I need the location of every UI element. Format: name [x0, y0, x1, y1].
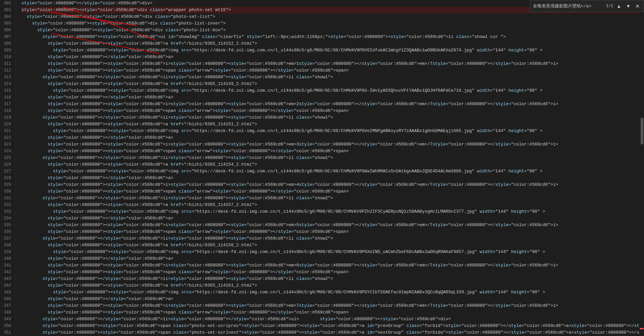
- code-line: style="color:#808080"></style="color:#56…: [21, 255, 639, 262]
- line-number: 313: [0, 74, 13, 81]
- line-number: 340: [0, 255, 13, 262]
- code-line: style="color:#808080"><style="color:#569…: [21, 269, 639, 276]
- code-line: style="color:#808080"><style="color:#569…: [21, 141, 639, 148]
- search-next-button[interactable]: ▼: [625, 3, 632, 9]
- line-number: 316: [0, 94, 13, 101]
- line-number: 348: [0, 309, 13, 316]
- line-number: 337: [0, 235, 13, 242]
- line-number: 334: [0, 215, 13, 222]
- code-line: style="color:#808080"></style="color:#56…: [21, 94, 639, 101]
- line-number: 350: [0, 323, 13, 329]
- line-number: 319: [0, 114, 13, 121]
- search-prev-button[interactable]: ▲: [615, 3, 623, 9]
- editor-container: 3023033043053063073083093103113123133143…: [0, 0, 644, 336]
- code-line: style="color:#808080"><style="color:#569…: [21, 148, 639, 155]
- line-number: 338: [0, 242, 13, 249]
- line-number: 347: [0, 302, 13, 309]
- code-line: style="color:#808080"><style="color:#569…: [21, 228, 639, 235]
- line-number: 321: [0, 128, 13, 134]
- line-number: 328: [0, 175, 13, 181]
- line-number: 320: [0, 121, 13, 128]
- code-line: style="color:#808080"></style="color:#56…: [21, 155, 639, 161]
- code-line: style="color:#808080"><style="color:#569…: [21, 47, 639, 54]
- code-line: style="color:#808080"></style="color:#56…: [21, 134, 639, 141]
- line-number: 315: [0, 87, 13, 94]
- scrollbar-thumb[interactable]: [641, 118, 643, 144]
- line-number: 332: [0, 202, 13, 208]
- code-line: style="color:#808080"></style="color:#56…: [21, 175, 639, 181]
- search-text: 女唯美意境摄影图片壁纸</a>: [533, 3, 604, 9]
- code-line: style="color:#808080"><style="color:#569…: [21, 323, 639, 329]
- line-number: 324: [0, 148, 13, 155]
- line-number: 318: [0, 108, 13, 114]
- code-line: style="color:#808080"></style="color:#56…: [21, 276, 639, 282]
- code-line: style="color:#808080"></style="color:#56…: [21, 114, 639, 121]
- line-number: 343: [0, 276, 13, 282]
- code-line: style="color:#808080"><style="color:#569…: [21, 202, 639, 208]
- line-number: 344: [0, 282, 13, 289]
- line-number: 342: [0, 269, 13, 276]
- code-line: style="color:#808080"></style="color:#56…: [21, 74, 639, 81]
- code-line: style="color:#808080"><style="color:#569…: [21, 101, 639, 108]
- line-number: 306: [0, 27, 13, 34]
- line-number: 307: [0, 34, 13, 40]
- line-number: 341: [0, 262, 13, 269]
- line-number: 312: [0, 67, 13, 74]
- line-number: 336: [0, 228, 13, 235]
- line-number: 322: [0, 134, 13, 141]
- code-line: style="color:#808080"><style="color:#569…: [21, 87, 639, 94]
- code-line: style="color:#808080"><style="color:#569…: [21, 121, 639, 128]
- line-number: 303: [0, 7, 13, 13]
- code-line: style="color:#808080"><style="color:#569…: [21, 13, 639, 20]
- code-line: style="color:#808080"></style="color:#56…: [21, 316, 639, 323]
- line-number: 351: [0, 329, 13, 336]
- line-number: 327: [0, 168, 13, 175]
- line-number: 309: [0, 47, 13, 54]
- code-line: style="color:#808080"><style="color:#569…: [21, 208, 639, 215]
- code-line: style="color:#808080"><style="color:#569…: [21, 128, 639, 134]
- line-number: 331: [0, 195, 13, 202]
- line-number: 333: [0, 208, 13, 215]
- code-line: style="color:#808080"><style="color:#569…: [21, 108, 639, 114]
- line-number: 329: [0, 181, 13, 188]
- line-number: 325: [0, 155, 13, 161]
- code-line: style="color:#808080"><style="color:#569…: [21, 168, 639, 175]
- line-number: 310: [0, 54, 13, 60]
- line-number: 308: [0, 40, 13, 47]
- search-close-button[interactable]: ✕: [634, 2, 641, 10]
- code-line: style="color:#808080"><style="color:#569…: [21, 249, 639, 255]
- line-number: 317: [0, 101, 13, 108]
- line-number: 349: [0, 316, 13, 323]
- scrollbar-track[interactable]: [639, 0, 644, 336]
- line-numbers: 3023033043053063073083093103113123133143…: [0, 0, 16, 336]
- code-line: style="color:#808080"><style="color:#569…: [21, 329, 639, 336]
- line-number: 311: [0, 60, 13, 67]
- code-line: style="color:#808080"></style="color:#56…: [21, 215, 639, 222]
- code-area[interactable]: style="color:#808080"></style="color:#56…: [16, 0, 639, 336]
- search-bar: 女唯美意境摄影图片壁纸</a> 1/1 ▲ ▼ ✕: [530, 0, 644, 12]
- code-line: style="color:#808080"><style="color:#569…: [21, 34, 639, 40]
- line-number: 302: [0, 0, 13, 7]
- code-line: style="color:#808080"></style="color:#56…: [21, 296, 639, 302]
- code-line: style="color:#808080"><style="color:#569…: [21, 81, 639, 87]
- line-number: 339: [0, 249, 13, 255]
- line-number: 326: [0, 161, 13, 168]
- code-line: style="color:#808080"><style="color:#569…: [21, 289, 639, 296]
- line-number: 323: [0, 141, 13, 148]
- line-number: 345: [0, 289, 13, 296]
- code-line: style="color:#808080"><style="color:#569…: [21, 67, 639, 74]
- code-line: style="color:#808080"><style="color:#569…: [21, 27, 639, 34]
- code-line: style="color:#808080"></style="color:#56…: [21, 54, 639, 60]
- code-line: style="color:#808080"><style="color:#569…: [21, 60, 639, 67]
- code-line: style="color:#808080"><style="color:#569…: [21, 222, 639, 228]
- code-line: style="color:#808080"><style="color:#569…: [21, 242, 639, 249]
- line-number: 304: [0, 13, 13, 20]
- code-line: style="color:#808080"><style="color:#569…: [21, 20, 639, 27]
- line-number: 346: [0, 296, 13, 302]
- code-line: style="color:#808080"></style="color:#56…: [21, 195, 639, 202]
- line-number: 314: [0, 81, 13, 87]
- code-line: style="color:#808080"><style="color:#569…: [21, 161, 639, 168]
- code-line: style="color:#808080"><style="color:#569…: [21, 309, 639, 316]
- line-number: 330: [0, 188, 13, 195]
- line-number: 335: [0, 222, 13, 228]
